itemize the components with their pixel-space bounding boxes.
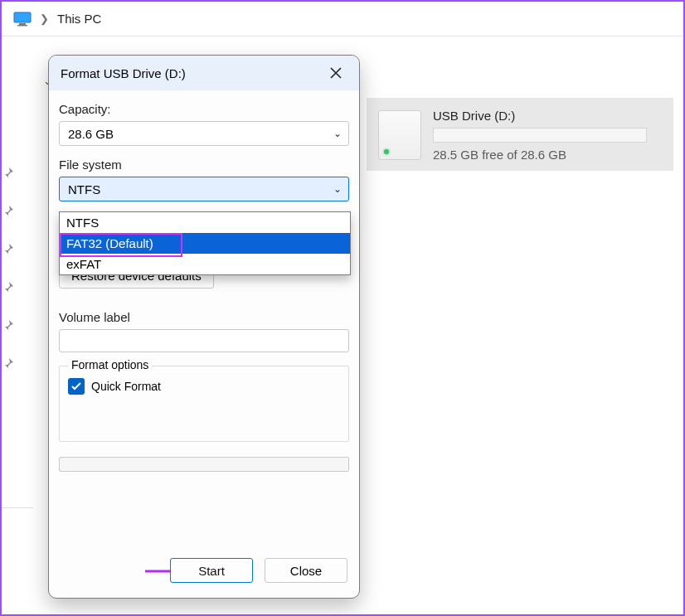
pin-icon [2,166,15,179]
svg-rect-1 [19,23,26,25]
pin-icon [2,357,15,370]
pin-icon [2,318,15,332]
svg-rect-0 [14,12,31,22]
filesystem-dropdown: NTFS FAT32 (Default) exFAT [59,211,351,275]
breadcrumb: ❯ This PC [2,2,683,36]
window-frame: ❯ This PC ⌄ USB Drive (D:) 28.5 GB free … [0,0,685,616]
drive-card-usb[interactable]: USB Drive (D:) 28.5 GB free of 28.6 GB [367,98,673,171]
filesystem-label: File system [59,158,349,172]
nav-divider [2,507,33,508]
dialog-title: Format USB Drive (D:) [61,66,321,80]
close-button[interactable] [321,60,351,86]
this-pc-icon [13,12,32,27]
filesystem-option-fat32[interactable]: FAT32 (Default) [60,233,350,254]
check-icon [71,382,81,390]
filesystem-option-ntfs[interactable]: NTFS [60,212,350,233]
dialog-titlebar[interactable]: Format USB Drive (D:) [49,56,359,90]
svg-rect-2 [17,25,27,27]
start-button[interactable]: Start [170,558,253,583]
filesystem-value: NTFS [68,182,333,196]
capacity-label: Capacity: [59,102,349,116]
format-dialog: Format USB Drive (D:) Capacity: 28.6 GB … [48,55,360,599]
quick-format-label: Quick Format [91,380,161,393]
chevron-down-icon: ⌄ [333,128,342,139]
drive-icon [378,110,421,160]
breadcrumb-location[interactable]: This PC [57,12,101,26]
pin-icon [2,280,15,293]
quick-format-row[interactable]: Quick Format [68,378,340,395]
drive-info: USB Drive (D:) 28.5 GB free of 28.6 GB [433,108,662,162]
filesystem-option-exfat[interactable]: exFAT [60,254,350,274]
pin-icon [2,204,15,217]
volume-label-block: Volume label [59,310,349,352]
format-options-legend: Format options [68,358,152,371]
close-dialog-button[interactable]: Close [265,558,347,583]
filesystem-select[interactable]: NTFS ⌄ [59,177,349,201]
drive-name: USB Drive (D:) [433,109,662,123]
dialog-button-row: Start Close [49,558,359,583]
format-options-group: Format options Quick Format [59,366,349,442]
quick-format-checkbox[interactable] [68,378,85,395]
drive-free-text: 28.5 GB free of 28.6 GB [433,148,662,162]
pinned-rail [2,166,15,370]
chevron-down-icon: ⌄ [333,183,342,195]
dialog-body: Capacity: 28.6 GB ⌄ File system NTFS ⌄ N… [49,90,359,472]
capacity-value: 28.6 GB [68,127,333,141]
breadcrumb-chevron-icon: ❯ [40,12,49,25]
capacity-select[interactable]: 28.6 GB ⌄ [59,121,349,146]
close-icon [330,67,342,79]
drive-usage-bar [433,128,647,143]
volume-label-input[interactable] [59,329,349,352]
format-progress-bar [59,457,349,472]
pin-icon [2,242,15,255]
volume-label: Volume label [59,310,349,324]
